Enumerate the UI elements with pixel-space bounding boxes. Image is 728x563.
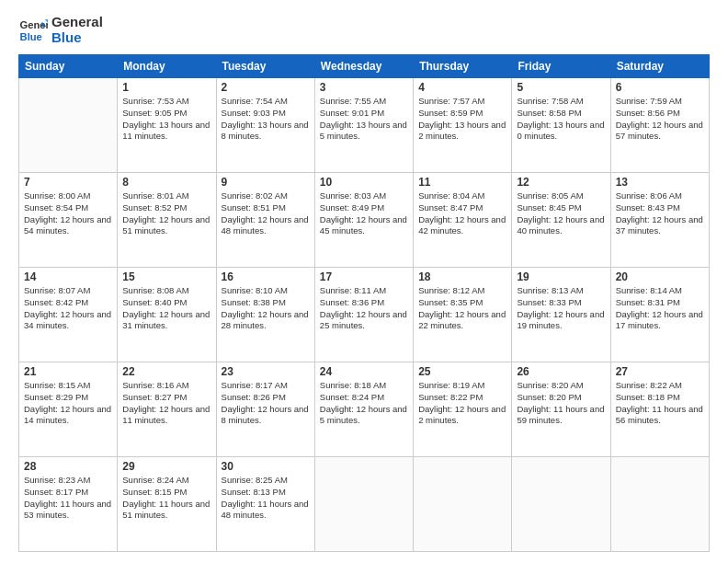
day-number: 11 [418, 176, 506, 189]
day-cell: 6Sunrise: 7:59 AM Sunset: 8:56 PM Daylig… [610, 78, 709, 173]
day-cell: 12Sunrise: 8:05 AM Sunset: 8:45 PM Dayli… [512, 173, 610, 268]
day-number: 13 [616, 176, 704, 189]
day-number: 6 [616, 81, 704, 94]
day-cell: 26Sunrise: 8:20 AM Sunset: 8:20 PM Dayli… [512, 362, 610, 457]
day-number: 2 [222, 81, 310, 94]
day-cell: 24Sunrise: 8:18 AM Sunset: 8:24 PM Dayli… [314, 362, 413, 457]
day-number: 3 [320, 81, 408, 94]
day-number: 9 [222, 176, 310, 189]
day-number: 16 [222, 270, 310, 283]
weekday-header-wednesday: Wednesday [314, 55, 413, 78]
day-cell: 15Sunrise: 8:08 AM Sunset: 8:40 PM Dayli… [118, 268, 216, 362]
day-number: 27 [616, 365, 704, 378]
day-cell: 8Sunrise: 8:01 AM Sunset: 8:52 PM Daylig… [118, 173, 216, 268]
day-cell: 17Sunrise: 8:11 AM Sunset: 8:36 PM Dayli… [314, 268, 413, 362]
day-number: 29 [122, 460, 210, 473]
day-number: 19 [517, 270, 605, 283]
day-cell [414, 457, 512, 552]
day-cell: 16Sunrise: 8:10 AM Sunset: 8:38 PM Dayli… [216, 268, 314, 362]
day-number: 14 [24, 270, 112, 283]
day-info: Sunrise: 8:13 AM Sunset: 8:33 PM Dayligh… [517, 285, 605, 332]
day-cell: 28Sunrise: 8:23 AM Sunset: 8:17 PM Dayli… [19, 457, 118, 552]
day-info: Sunrise: 8:06 AM Sunset: 8:43 PM Dayligh… [616, 190, 704, 237]
day-cell: 13Sunrise: 8:06 AM Sunset: 8:43 PM Dayli… [610, 173, 709, 268]
day-cell: 18Sunrise: 8:12 AM Sunset: 8:35 PM Dayli… [414, 268, 512, 362]
day-info: Sunrise: 8:01 AM Sunset: 8:52 PM Dayligh… [122, 190, 210, 237]
day-cell: 14Sunrise: 8:07 AM Sunset: 8:42 PM Dayli… [19, 268, 118, 362]
day-info: Sunrise: 8:12 AM Sunset: 8:35 PM Dayligh… [418, 285, 506, 332]
day-number: 20 [616, 270, 704, 283]
day-info: Sunrise: 8:16 AM Sunset: 8:27 PM Dayligh… [122, 380, 210, 427]
day-number: 22 [122, 365, 210, 378]
day-cell: 29Sunrise: 8:24 AM Sunset: 8:15 PM Dayli… [118, 457, 216, 552]
weekday-header-row: SundayMondayTuesdayWednesdayThursdayFrid… [19, 55, 710, 78]
weekday-header-tuesday: Tuesday [216, 55, 314, 78]
day-cell: 20Sunrise: 8:14 AM Sunset: 8:31 PM Dayli… [610, 268, 709, 362]
day-info: Sunrise: 8:00 AM Sunset: 8:54 PM Dayligh… [24, 190, 112, 237]
logo: General Blue General Blue [18, 15, 103, 45]
week-row-2: 14Sunrise: 8:07 AM Sunset: 8:42 PM Dayli… [19, 268, 710, 362]
day-cell: 25Sunrise: 8:19 AM Sunset: 8:22 PM Dayli… [414, 362, 512, 457]
weekday-header-sunday: Sunday [19, 55, 118, 78]
week-row-3: 21Sunrise: 8:15 AM Sunset: 8:29 PM Dayli… [19, 362, 710, 457]
day-cell: 9Sunrise: 8:02 AM Sunset: 8:51 PM Daylig… [216, 173, 314, 268]
day-number: 30 [222, 460, 310, 473]
day-info: Sunrise: 8:10 AM Sunset: 8:38 PM Dayligh… [222, 285, 310, 332]
day-info: Sunrise: 8:03 AM Sunset: 8:49 PM Dayligh… [320, 190, 408, 237]
logo-blue: Blue [51, 30, 103, 46]
day-info: Sunrise: 8:18 AM Sunset: 8:24 PM Dayligh… [320, 380, 408, 427]
day-cell: 19Sunrise: 8:13 AM Sunset: 8:33 PM Dayli… [512, 268, 610, 362]
weekday-header-thursday: Thursday [414, 55, 512, 78]
day-info: Sunrise: 7:53 AM Sunset: 9:05 PM Dayligh… [122, 96, 210, 143]
day-info: Sunrise: 8:02 AM Sunset: 8:51 PM Dayligh… [222, 190, 310, 237]
day-number: 17 [320, 270, 408, 283]
day-cell: 5Sunrise: 7:58 AM Sunset: 8:58 PM Daylig… [512, 78, 610, 173]
day-number: 26 [517, 365, 605, 378]
day-info: Sunrise: 8:19 AM Sunset: 8:22 PM Dayligh… [418, 380, 506, 427]
day-number: 18 [418, 270, 506, 283]
header: General Blue General Blue [18, 15, 710, 45]
day-cell [314, 457, 413, 552]
weekday-header-friday: Friday [512, 55, 610, 78]
day-info: Sunrise: 8:05 AM Sunset: 8:45 PM Dayligh… [517, 190, 605, 237]
day-cell: 7Sunrise: 8:00 AM Sunset: 8:54 PM Daylig… [19, 173, 118, 268]
calendar-page: General Blue General Blue SundayMondayTu… [0, 0, 728, 563]
calendar-table: SundayMondayTuesdayWednesdayThursdayFrid… [18, 54, 710, 552]
day-info: Sunrise: 7:59 AM Sunset: 8:56 PM Dayligh… [616, 96, 704, 143]
day-info: Sunrise: 8:17 AM Sunset: 8:26 PM Dayligh… [222, 380, 310, 427]
day-cell: 10Sunrise: 8:03 AM Sunset: 8:49 PM Dayli… [314, 173, 413, 268]
weekday-header-saturday: Saturday [610, 55, 709, 78]
day-number: 12 [517, 176, 605, 189]
day-cell: 11Sunrise: 8:04 AM Sunset: 8:47 PM Dayli… [414, 173, 512, 268]
day-number: 10 [320, 176, 408, 189]
day-info: Sunrise: 8:08 AM Sunset: 8:40 PM Dayligh… [122, 285, 210, 332]
logo-general: General [51, 15, 103, 30]
day-cell: 4Sunrise: 7:57 AM Sunset: 8:59 PM Daylig… [414, 78, 512, 173]
day-number: 8 [122, 176, 210, 189]
day-cell [512, 457, 610, 552]
svg-text:Blue: Blue [20, 31, 42, 42]
day-info: Sunrise: 7:55 AM Sunset: 9:01 PM Dayligh… [320, 96, 408, 143]
day-info: Sunrise: 8:22 AM Sunset: 8:18 PM Dayligh… [616, 380, 704, 427]
day-cell: 2Sunrise: 7:54 AM Sunset: 9:03 PM Daylig… [216, 78, 314, 173]
day-info: Sunrise: 8:23 AM Sunset: 8:17 PM Dayligh… [24, 475, 112, 522]
day-info: Sunrise: 8:25 AM Sunset: 8:13 PM Dayligh… [222, 475, 310, 522]
day-number: 5 [517, 81, 605, 94]
day-info: Sunrise: 8:07 AM Sunset: 8:42 PM Dayligh… [24, 285, 112, 332]
day-cell: 30Sunrise: 8:25 AM Sunset: 8:13 PM Dayli… [216, 457, 314, 552]
day-number: 28 [24, 460, 112, 473]
day-cell [19, 78, 118, 173]
day-cell: 27Sunrise: 8:22 AM Sunset: 8:18 PM Dayli… [610, 362, 709, 457]
logo-icon: General Blue [18, 16, 48, 45]
day-info: Sunrise: 7:58 AM Sunset: 8:58 PM Dayligh… [517, 96, 605, 143]
day-info: Sunrise: 8:14 AM Sunset: 8:31 PM Dayligh… [616, 285, 704, 332]
day-info: Sunrise: 8:04 AM Sunset: 8:47 PM Dayligh… [418, 190, 506, 237]
day-number: 1 [122, 81, 210, 94]
day-number: 7 [24, 176, 112, 189]
day-info: Sunrise: 7:54 AM Sunset: 9:03 PM Dayligh… [222, 96, 310, 143]
day-info: Sunrise: 8:15 AM Sunset: 8:29 PM Dayligh… [24, 380, 112, 427]
day-cell: 22Sunrise: 8:16 AM Sunset: 8:27 PM Dayli… [118, 362, 216, 457]
day-cell: 1Sunrise: 7:53 AM Sunset: 9:05 PM Daylig… [118, 78, 216, 173]
week-row-4: 28Sunrise: 8:23 AM Sunset: 8:17 PM Dayli… [19, 457, 710, 552]
day-cell: 23Sunrise: 8:17 AM Sunset: 8:26 PM Dayli… [216, 362, 314, 457]
